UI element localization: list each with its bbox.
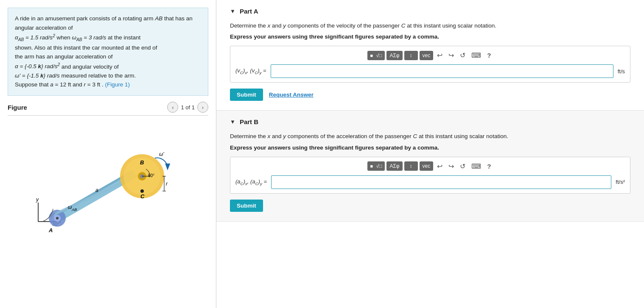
part-a-header[interactable]: ▼ Part A <box>230 8 630 15</box>
part-a-toolbar: ■ √□ ΑΣφ ↕ vec ↩ ↪ ↺ ⌨ ? <box>235 50 625 60</box>
part-a-submit-button[interactable]: Submit <box>230 89 263 101</box>
problem-text: A ride in an amusement park consists of … <box>8 8 208 96</box>
figure-nav: ‹ 1 of 1 › <box>167 102 208 113</box>
part-b-unit: ft/s² <box>616 179 625 185</box>
alpha-val: α = {-0.5 k} rad/s2 <box>15 63 60 69</box>
arm-label: AB <box>155 15 162 22</box>
next-figure-button[interactable]: › <box>197 102 208 113</box>
undo-button-b[interactable]: ↩ <box>435 161 445 171</box>
part-a-description: Determine the x and y components of the … <box>230 22 630 30</box>
part-a-section: ▼ Part A Determine the x and y component… <box>216 0 644 111</box>
figure-count: 1 of 1 <box>181 104 195 111</box>
figure-header: Figure ‹ 1 of 1 › <box>0 96 216 115</box>
figure-link[interactable]: (Figure 1) <box>105 81 130 88</box>
part-a-collapse-icon: ▼ <box>230 8 235 14</box>
svg-text:B: B <box>140 159 144 166</box>
redo-button-b[interactable]: ↪ <box>446 161 456 171</box>
part-a-actions: Submit Request Answer <box>230 89 630 101</box>
vec-button-b[interactable]: vec <box>420 161 434 171</box>
part-a-unit: ft/s <box>618 68 625 75</box>
part-b-section: ▼ Part B Determine the x and y component… <box>216 111 644 221</box>
svg-text:y: y <box>36 197 39 203</box>
keyboard-button-a[interactable]: ⌨ <box>469 50 483 60</box>
omega-ab: ωAB = 3 rad/s <box>72 34 106 41</box>
part-a-title: Part A <box>240 8 258 15</box>
part-a-input-label: (vC)x, (vC)y = <box>235 67 266 75</box>
sqrt-button-a[interactable]: ■ √□ <box>367 51 385 60</box>
svg-text:60°: 60° <box>148 173 154 178</box>
arrows-button-b[interactable]: ↕ <box>404 161 418 171</box>
part-b-description: Determine the x and y components of the … <box>230 132 630 141</box>
arrows-button-a[interactable]: ↕ <box>404 51 418 60</box>
part-b-toolbar: ■ √□ ΑΣφ ↕ vec ↩ ↪ ↺ ⌨ ? <box>235 161 625 171</box>
help-button-a[interactable]: ? <box>485 51 493 60</box>
part-b-actions: Submit <box>230 200 630 212</box>
greek-button-b[interactable]: ΑΣφ <box>386 161 402 171</box>
sqrt-button-b[interactable]: ■ √□ <box>367 161 385 171</box>
part-a-input-row: (vC)x, (vC)y = ft/s <box>235 64 625 78</box>
help-button-b[interactable]: ? <box>485 162 493 171</box>
part-b-answer-box: ■ √□ ΑΣφ ↕ vec ↩ ↪ ↺ ⌨ ? (aC)x, (aC)y = … <box>230 157 630 194</box>
part-a-request-button[interactable]: Request Answer <box>269 92 314 98</box>
vec-button-a[interactable]: vec <box>420 51 434 60</box>
svg-text:ω': ω' <box>159 151 164 157</box>
part-b-title: Part B <box>240 118 258 125</box>
part-b-instruction: Express your answers using three signifi… <box>230 144 630 151</box>
figure-area: x y 30° A ωAB <box>0 116 216 308</box>
alpha-ab: αAB = 1.5 rad/s2 <box>15 34 55 41</box>
figure-label: Figure <box>8 104 27 111</box>
svg-text:A: A <box>48 227 53 233</box>
part-b-input-label: (aC)x, (aC)y = <box>235 178 267 186</box>
reset-button-a[interactable]: ↺ <box>458 50 468 60</box>
part-a-input[interactable] <box>271 64 613 78</box>
svg-text:a: a <box>95 187 98 193</box>
reset-button-b[interactable]: ↺ <box>458 161 468 171</box>
svg-point-23 <box>140 189 144 193</box>
prev-figure-button[interactable]: ‹ <box>167 102 178 113</box>
right-panel: ▼ Part A Determine the x and y component… <box>216 0 644 308</box>
svg-text:r: r <box>166 181 168 187</box>
undo-button-a[interactable]: ↩ <box>435 50 445 60</box>
part-b-input-row: (aC)x, (aC)y = ft/s² <box>235 175 625 189</box>
greek-button-a[interactable]: ΑΣφ <box>386 51 402 60</box>
part-b-input[interactable] <box>271 175 611 189</box>
left-panel: A ride in an amusement park consists of … <box>0 0 216 308</box>
part-b-header[interactable]: ▼ Part B <box>230 118 630 125</box>
redo-button-a[interactable]: ↪ <box>446 50 456 60</box>
part-b-collapse-icon: ▼ <box>230 119 235 125</box>
part-a-answer-box: ■ √□ ΑΣφ ↕ vec ↩ ↪ ↺ ⌨ ? (vC)x, (vC)y = … <box>230 46 630 83</box>
svg-point-9 <box>56 217 59 219</box>
part-b-submit-button[interactable]: Submit <box>230 200 263 212</box>
svg-text:C: C <box>140 193 145 200</box>
diagram-svg: x y 30° A ωAB <box>15 120 202 247</box>
keyboard-button-b[interactable]: ⌨ <box>469 161 483 171</box>
part-a-instruction: Express your answers using three signifi… <box>230 33 630 40</box>
omega-val: ω' = {-1.5 k} rad/s <box>15 72 60 79</box>
